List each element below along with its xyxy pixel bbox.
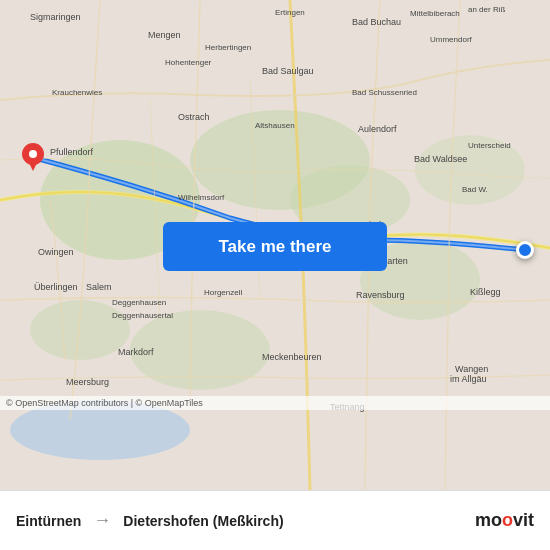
svg-text:Bad Saulgau: Bad Saulgau	[262, 66, 314, 76]
svg-text:Deggenhausertal: Deggenhausertal	[112, 311, 173, 320]
destination-label: Dietershofen (Meßkirch)	[123, 513, 283, 529]
origin-pin	[22, 143, 44, 173]
svg-text:Aulendorf: Aulendorf	[358, 124, 397, 134]
svg-text:Owingen: Owingen	[38, 247, 74, 257]
svg-text:Wilhelmsdorf: Wilhelmsdorf	[178, 193, 225, 202]
svg-text:Horgenzell: Horgenzell	[204, 288, 242, 297]
svg-text:an der Riß: an der Riß	[468, 5, 505, 14]
svg-text:Ummendorf: Ummendorf	[430, 35, 473, 44]
svg-text:Meckenbeuren: Meckenbeuren	[262, 352, 322, 362]
svg-text:Mengen: Mengen	[148, 30, 181, 40]
svg-marker-46	[28, 161, 38, 171]
app: Sigmaringen Mengen Herbertingen Ertingen…	[0, 0, 550, 550]
bottom-bar: Eintürnen → Dietershofen (Meßkirch) moov…	[0, 490, 550, 550]
svg-text:Überlingen: Überlingen	[34, 282, 78, 292]
svg-text:Bad Waldsee: Bad Waldsee	[414, 154, 467, 164]
svg-text:Ostrach: Ostrach	[178, 112, 210, 122]
svg-text:Markdorf: Markdorf	[118, 347, 154, 357]
destination-pin	[516, 241, 534, 259]
moovit-logo: moovit	[475, 510, 534, 531]
svg-text:Bad Buchau: Bad Buchau	[352, 17, 401, 27]
svg-text:Hohentenger: Hohentenger	[165, 58, 212, 67]
svg-text:Sigmaringen: Sigmaringen	[30, 12, 81, 22]
svg-text:Pfullendorf: Pfullendorf	[50, 147, 94, 157]
svg-text:Deggenhausen: Deggenhausen	[112, 298, 166, 307]
svg-text:Altshausen: Altshausen	[255, 121, 295, 130]
svg-text:Bad W.: Bad W.	[462, 185, 488, 194]
map-container: Sigmaringen Mengen Herbertingen Ertingen…	[0, 0, 550, 490]
arrow-icon: →	[93, 510, 111, 531]
svg-text:Ertingen: Ertingen	[275, 8, 305, 17]
svg-text:Kißlegg: Kißlegg	[470, 287, 501, 297]
svg-text:Ravensburg: Ravensburg	[356, 290, 405, 300]
svg-point-47	[29, 150, 37, 158]
svg-text:Herbertingen: Herbertingen	[205, 43, 251, 52]
svg-text:Meersburg: Meersburg	[66, 377, 109, 387]
svg-text:Krauchenwies: Krauchenwies	[52, 88, 102, 97]
svg-text:im Allgäu: im Allgäu	[450, 374, 487, 384]
svg-text:Mittelbiberach: Mittelbiberach	[410, 9, 460, 18]
svg-text:Salem: Salem	[86, 282, 112, 292]
svg-text:Bad Schussenried: Bad Schussenried	[352, 88, 417, 97]
attribution: © OpenStreetMap contributors | © OpenMap…	[0, 396, 550, 410]
origin-label: Eintürnen	[16, 513, 81, 529]
take-me-there-button[interactable]: Take me there	[163, 222, 387, 271]
svg-text:Unterscheid: Unterscheid	[468, 141, 511, 150]
svg-text:Wangen: Wangen	[455, 364, 488, 374]
